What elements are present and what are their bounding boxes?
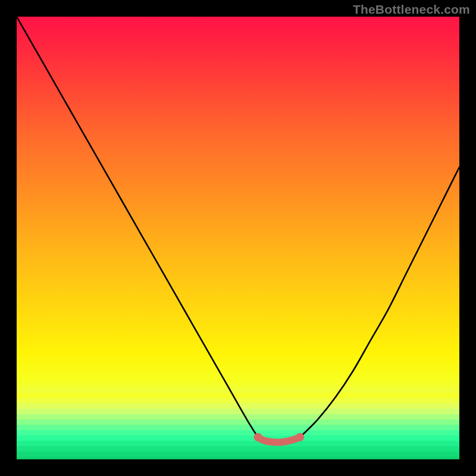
valley-endcap-left	[253, 433, 262, 441]
curve-right-branch	[300, 167, 459, 437]
chart-frame: TheBottleneck.com	[0, 0, 476, 476]
plot-area	[17, 17, 459, 459]
valley-endcap-right	[296, 433, 304, 441]
curve-valley-highlight	[258, 437, 300, 443]
curve-layer	[17, 17, 459, 459]
curve-left-branch	[17, 17, 258, 437]
watermark-text: TheBottleneck.com	[353, 2, 470, 17]
